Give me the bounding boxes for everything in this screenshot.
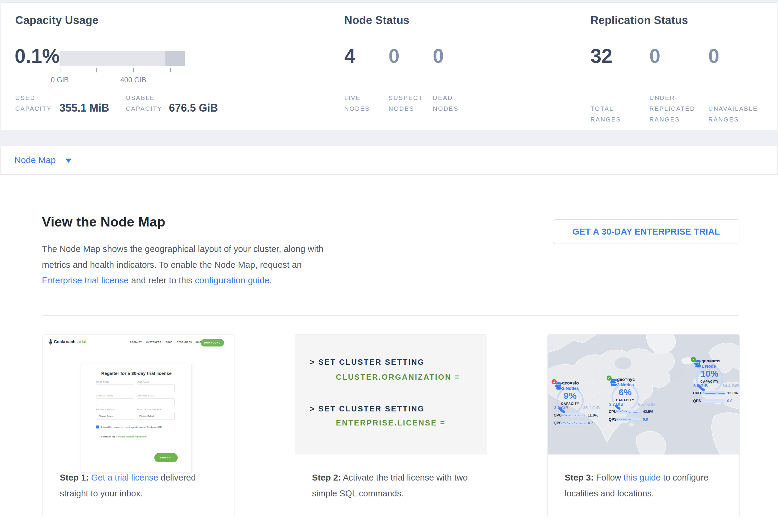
- sparkline-chart: [562, 421, 586, 425]
- capacity-axis-tick: [133, 68, 134, 72]
- locality-name: geo=nyc: [617, 377, 635, 382]
- cluster-summary-panel: Capacity Usage 0.1% 0 GiB400 GiB USED CA…: [1, 2, 777, 131]
- agreement-text-before: I agree to the: [101, 435, 116, 438]
- healthy-check-icon: ✓: [607, 376, 612, 381]
- healthy-check-icon: ✓: [691, 357, 696, 362]
- step3-label: Step 3:: [565, 473, 594, 482]
- capacity-axis-tick-label: 400 GiB: [120, 76, 146, 84]
- sql-arg-2: ENTERPRISE.LICENSE =: [336, 419, 446, 427]
- total-ranges-value: 32: [591, 45, 649, 67]
- step3-card: 1geo=sfo2 Nodes9%CAPACITY3.2 GiB35.1 GiB…: [547, 334, 740, 517]
- view-selector-bar: Node Map: [1, 146, 777, 174]
- suspect-nodes-label: SUSPECT NODES: [389, 92, 433, 114]
- sql-line-1: > SET CLUSTER SETTING: [310, 358, 425, 367]
- sql-command-2: SET CLUSTER SETTING: [318, 404, 424, 413]
- logo-labs: LABS: [77, 340, 86, 344]
- email-updates-checkbox-row: I would like to receive email updates ab…: [96, 426, 162, 429]
- step1-label: Step 1:: [60, 473, 89, 482]
- mini-input-field: [96, 398, 134, 406]
- cpu-metric-row: CPU12.3%: [693, 391, 740, 396]
- qps-metric-row: QPS4.7: [554, 421, 606, 426]
- capacity-axis-tick: [60, 68, 60, 72]
- this-guide-link[interactable]: this guide: [624, 473, 661, 482]
- capacity-percent-value: 6%: [598, 387, 652, 397]
- capacity-gauge-label: CAPACITY: [598, 398, 652, 402]
- capacity-percent: 0.1%: [15, 45, 60, 67]
- mini-form-title: Register for a 30-day trial license: [81, 371, 191, 376]
- mini-field-label: LAST NAME: [137, 381, 149, 383]
- mini-field-label: FIRST NAME: [96, 381, 109, 383]
- step1-card: Cockroach LABS PRODUCTCUSTOMERSDOCSRESOU…: [43, 334, 235, 517]
- sparkline-chart: [701, 399, 725, 403]
- checkbox-checked-icon: [96, 426, 99, 429]
- sql-command-1: SET CLUSTER SETTING: [318, 358, 424, 366]
- step1-text-before: [89, 473, 91, 482]
- intro-text-3: .: [269, 275, 272, 285]
- capacity-max-value: 65.7 GiB: [633, 402, 660, 407]
- cpu-metric-row: CPU11.0%: [554, 413, 606, 418]
- mini-nav-item: RESOURCES: [177, 341, 192, 343]
- mini-field-label: PROJECT PHASE: [96, 408, 114, 410]
- capacity-used-value: 3.6 GiB: [687, 383, 714, 388]
- sparkline-chart: [701, 391, 725, 395]
- license-agreement-text: I agree to the Software License Agreemen…: [101, 435, 147, 438]
- node-map-dropdown[interactable]: Node Map: [14, 155, 72, 165]
- mini-select-field: Please Select: [96, 412, 134, 420]
- capacity-used-value: 3.2 GiB: [548, 405, 574, 410]
- mini-nav-item: PRODUCT: [130, 341, 142, 343]
- live-nodes-value: 4: [344, 45, 389, 67]
- capacity-percent-value: 10%: [683, 369, 736, 379]
- capacity-stats: USED CAPACITY 355.1 MiB USABLE CAPACITY …: [15, 92, 218, 114]
- sql-commands-panel: > SET CLUSTER SETTING CLUSTER.ORGANIZATI…: [295, 334, 487, 455]
- step1-caption: Step 1: Get a trial license delivered st…: [60, 470, 221, 502]
- mini-submit-button: SUBMIT: [154, 453, 178, 462]
- intro-text-2: and refer to this: [129, 275, 195, 285]
- dead-nodes-label: DEAD NODES: [433, 92, 459, 114]
- sql-line-4: ENTERPRISE.LICENSE =: [336, 419, 446, 427]
- live-nodes-label: LIVE NODES: [344, 92, 389, 114]
- get-enterprise-trial-button[interactable]: GET A 30-DAY ENTERPRISE TRIAL: [553, 219, 740, 244]
- chevron-down-icon: [65, 159, 72, 163]
- capacity-max-value: 35.1 GiB: [578, 405, 605, 410]
- mini-nav-item: DOCS: [166, 341, 173, 343]
- license-agreement-checkbox-row: I agree to the Software License Agreemen…: [96, 435, 147, 438]
- cpu-value: 11.0%: [588, 413, 598, 417]
- total-ranges-label: TOTAL RANGES: [591, 103, 649, 125]
- locality-name: geo=ams: [701, 359, 720, 363]
- node-map-dropdown-label: Node Map: [14, 155, 56, 165]
- cpu-value: 42.5%: [643, 409, 653, 414]
- unavailable-ranges-label: UNAVAILABLE RANGES: [708, 103, 758, 125]
- agreement-text-after: .: [147, 435, 147, 438]
- node-map-screenshot: 1geo=sfo2 Nodes9%CAPACITY3.2 GiB35.1 GiB…: [548, 334, 740, 455]
- capacity-gauge-label: CAPACITY: [548, 402, 597, 405]
- cockroach-bug-icon: [49, 339, 53, 345]
- page-title: View the Node Map: [42, 214, 165, 230]
- cockroach-labs-logo: Cockroach LABS: [49, 339, 87, 345]
- section-divider: [42, 315, 740, 316]
- capacity-usage-title: Capacity Usage: [15, 14, 98, 27]
- trial-license-form: Register for a 30-day trial license FIRS…: [81, 364, 192, 473]
- mini-input-field: [137, 384, 175, 392]
- error-count-badge: 1: [552, 379, 557, 384]
- qps-value: 0.0: [643, 417, 648, 422]
- node-status-values: 4 0 0: [344, 45, 444, 67]
- under-replicated-ranges-label: UNDER- REPLICATED RANGES: [649, 92, 708, 125]
- node-status-labels: LIVE NODES SUSPECT NODES DEAD NODES: [344, 92, 459, 114]
- get-trial-license-link[interactable]: Get a trial license: [91, 473, 158, 482]
- mini-field-label: COMPANY NAME: [96, 395, 114, 397]
- mini-download-button: DOWNLOAD: [201, 339, 224, 347]
- capacity-percent-value: 9%: [548, 391, 597, 401]
- replication-labels: TOTAL RANGES UNDER- REPLICATED RANGES UN…: [591, 92, 758, 125]
- software-license-link: Software License Agreement: [116, 435, 146, 438]
- email-updates-text: I would like to receive email updates ab…: [101, 426, 162, 429]
- mini-site-nav: PRODUCTCUSTOMERSDOCSRESOURCESBLOG: [130, 341, 203, 343]
- mini-nav-item: CUSTOMERS: [146, 341, 161, 343]
- mini-input-field: [96, 384, 134, 392]
- registration-screenshot: Cockroach LABS PRODUCTCUSTOMERSDOCSRESOU…: [43, 334, 235, 475]
- suspect-nodes-value: 0: [389, 45, 433, 67]
- enterprise-trial-license-link[interactable]: Enterprise trial license: [42, 275, 129, 285]
- qps-value: 0.0: [727, 399, 732, 403]
- configuration-guide-link[interactable]: configuration guide: [195, 275, 269, 285]
- sparkline-chart: [562, 413, 586, 417]
- sql-line-2: CLUSTER.ORGANIZATION =: [336, 373, 460, 381]
